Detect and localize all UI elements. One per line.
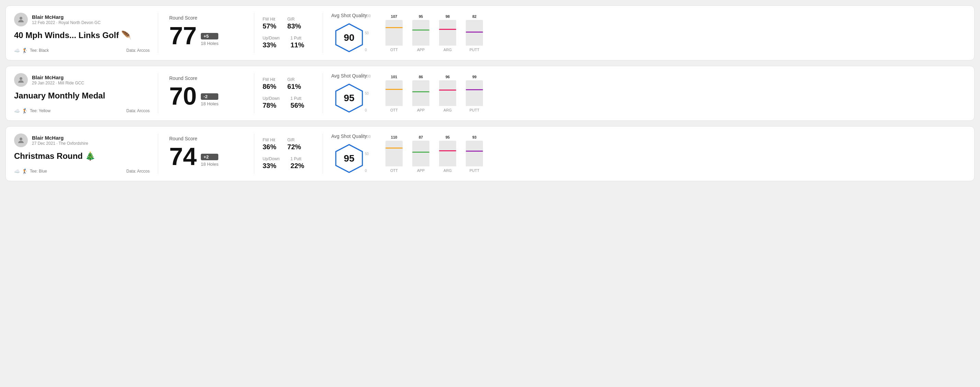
oneputt-label: 1 Putt [290,157,304,161]
stat-oneputt: 1 Putt 11% [290,36,304,49]
bar-axis-label: APP [417,168,425,173]
y-label-0: 0 [365,169,371,173]
oneputt-label: 1 Putt [290,96,304,101]
y-label-50: 50 [365,92,371,95]
quality-label: Avg Shot Quality [331,13,367,18]
user-date: 27 Dec 2021 · The Oxfordshire [32,141,88,146]
bar-group-arg: 96 ARG [439,75,456,112]
score-label: Round Score [169,76,243,81]
stat-fw-hit: FW Hit 36% [262,138,276,151]
quality-label: Avg Shot Quality [331,133,367,139]
round-left-section: Blair McHarg 29 Jan 2022 · Mill Ride GCC… [14,73,158,114]
bar-axis-label: ARG [444,108,452,112]
score-number: 70 [169,84,197,108]
tee-info: ☁️ 🏌️ Tee: Black [14,48,49,53]
quality-wrapper: Avg Shot Quality 90 [331,13,367,53]
stats-row-top: FW Hit 36% GIR 72% [262,138,314,151]
bar-wrapper [439,80,456,106]
bar-axis-label: OTT [390,168,398,173]
bar-fill [385,148,402,167]
weather-icon: ☁️ [14,48,20,53]
stat-gir: GIR 61% [287,77,301,90]
weather-icon: ☁️ [14,168,20,174]
round-title: Christmas Round 🎄 [14,151,150,161]
round-title: January Monthly Medal [14,91,150,101]
bar-group-app: 95 APP [412,14,430,52]
holes-label: 18 Holes [201,41,218,46]
y-label-50: 50 [365,152,371,156]
bar-group-putt: 82 PUTT [466,14,483,52]
hexagon-container: 90 [331,22,367,53]
bar-wrapper [385,80,402,106]
bar-wrapper [412,20,430,46]
round-card: Blair McHarg 27 Dec 2021 · The Oxfordshi… [5,126,975,181]
bar-fill [412,152,430,167]
bottom-meta: ☁️ 🏌️ Tee: Yellow Data: Arccos [14,108,150,114]
round-left-section: Blair McHarg 27 Dec 2021 · The Oxfordshi… [14,133,158,174]
oneputt-label: 1 Putt [290,36,304,40]
oneputt-value: 22% [290,162,304,170]
chart-outer: 100 50 0 110 OTT 87 APP [375,135,483,173]
bag-icon: 🏌️ [22,168,28,174]
bar-wrapper [466,141,483,167]
bar-axis-label: PUTT [469,48,479,52]
bar-fill [466,32,483,46]
svg-point-2 [19,77,22,80]
bar-group-ott: 101 OTT [385,75,402,112]
bar-indicator [385,27,402,28]
bar-indicator [385,89,402,90]
tee-label: Tee: Black [30,48,49,53]
updown-value: 33% [262,162,279,170]
bar-value: 93 [473,135,476,139]
stat-gir: GIR 83% [287,17,301,30]
bar-axis-label: APP [417,48,425,52]
bar-wrapper [385,141,402,167]
score-section: Round Score 70 -2 18 Holes [158,73,255,114]
fw-hit-value: 36% [262,143,276,151]
bar-group-putt: 93 PUTT [466,135,483,173]
bar-axis-label: OTT [390,48,398,52]
stats-row-bottom: Up/Down 33% 1 Putt 22% [262,157,314,170]
bar-group-putt: 99 PUTT [466,75,483,112]
score-badge-col: +5 18 Holes [201,33,218,48]
bar-group-arg: 98 ARG [439,14,456,52]
tee-info: ☁️ 🏌️ Tee: Yellow [14,108,51,114]
updown-label: Up/Down [262,157,279,161]
user-name: Blair McHarg [32,75,84,80]
user-date: 29 Jan 2022 · Mill Ride GCC [32,81,84,86]
fw-hit-value: 86% [262,82,276,90]
hexagon-container: 95 [331,82,367,114]
score-number: 77 [169,23,197,48]
y-label-0: 0 [365,108,371,112]
user-details: Blair McHarg 29 Jan 2022 · Mill Ride GCC [32,75,84,86]
bar-value: 110 [391,135,397,139]
score-row: 77 +5 18 Holes [169,23,243,48]
user-details: Blair McHarg 12 Feb 2022 · Royal North D… [32,14,100,25]
bar-indicator [466,151,483,152]
stat-gir: GIR 72% [287,138,301,151]
stat-updown: Up/Down 33% [262,36,279,49]
bar-wrapper [466,20,483,46]
bar-axis-label: ARG [444,48,452,52]
holes-label: 18 Holes [201,101,218,106]
avatar [14,73,28,87]
bar-fill [439,150,456,167]
user-date: 12 Feb 2022 · Royal North Devon GC [32,20,100,25]
bar-indicator [412,91,430,92]
chart-y-labels: 100 50 0 [365,75,371,112]
bar-group-app: 86 APP [412,75,430,112]
user-info: Blair McHarg 12 Feb 2022 · Royal North D… [14,13,150,26]
hex-score: 95 [344,93,354,104]
hex-score: 95 [344,153,354,164]
score-label: Round Score [169,15,243,21]
tee-info: ☁️ 🏌️ Tee: Blue [14,168,47,174]
round-card: Blair McHarg 29 Jan 2022 · Mill Ride GCC… [5,66,975,121]
stat-updown: Up/Down 78% [262,96,279,109]
bottom-meta: ☁️ 🏌️ Tee: Black Data: Arccos [14,48,150,53]
gir-label: GIR [287,138,301,143]
stats-row-top: FW Hit 86% GIR 61% [262,77,314,90]
bar-indicator [466,32,483,33]
y-label-100: 100 [365,135,371,139]
bar-indicator [385,148,402,149]
stat-fw-hit: FW Hit 86% [262,77,276,90]
